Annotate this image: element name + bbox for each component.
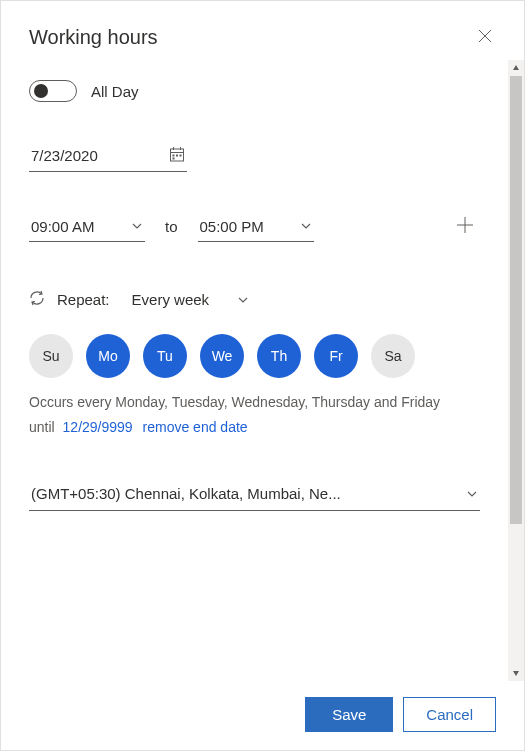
start-time-field[interactable]: 09:00 AM [29,212,145,242]
scroll-track[interactable] [508,76,524,665]
time-row: 09:00 AM to 05:00 PM [29,210,480,243]
scroll-up-arrow[interactable] [508,60,524,76]
allday-label: All Day [91,83,139,100]
chevron-down-icon [466,488,478,500]
day-chip-th[interactable]: Th [257,334,301,378]
date-value: 7/23/2020 [31,147,98,164]
svg-rect-6 [173,155,175,157]
day-chip-we[interactable]: We [200,334,244,378]
close-icon [478,29,492,46]
working-hours-dialog: Working hours All Day 7/23/2020 [1,1,524,750]
svg-rect-8 [180,155,182,157]
dialog-footer: Save Cancel [1,681,524,750]
date-row: 7/23/2020 [29,140,480,172]
start-time-value: 09:00 AM [31,218,94,235]
calendar-icon [169,146,185,165]
svg-marker-13 [513,671,519,676]
day-chip-su[interactable]: Su [29,334,73,378]
toggle-knob [34,84,48,98]
day-chip-mo[interactable]: Mo [86,334,130,378]
to-label: to [165,218,178,235]
days-row: SuMoTuWeThFrSa [29,334,480,378]
dialog-title: Working hours [29,26,158,49]
timezone-select[interactable]: (GMT+05:30) Chennai, Kolkata, Mumbai, Ne… [29,479,480,511]
repeat-select[interactable]: Every week [130,287,252,312]
close-button[interactable] [474,25,496,50]
repeat-label: Repeat: [57,291,110,308]
allday-toggle[interactable] [29,80,77,102]
end-time-value: 05:00 PM [200,218,264,235]
day-chip-tu[interactable]: Tu [143,334,187,378]
save-button[interactable]: Save [305,697,393,732]
scroll-thumb[interactable] [510,76,522,524]
plus-icon [456,222,474,237]
date-field[interactable]: 7/23/2020 [29,140,187,172]
svg-rect-7 [176,155,178,157]
until-label: until [29,419,55,435]
allday-row: All Day [29,80,480,102]
occurrence-text: Occurs every Monday, Tuesday, Wednesday,… [29,392,480,413]
until-date[interactable]: 12/29/9999 [63,419,133,435]
add-time-button[interactable] [450,210,480,243]
remove-end-date-link[interactable]: remove end date [143,419,248,435]
chevron-down-icon [237,294,249,306]
until-row: until 12/29/9999 remove end date [29,419,480,435]
repeat-row: Repeat: Every week [29,287,480,312]
chevron-down-icon [131,220,143,232]
day-chip-fr[interactable]: Fr [314,334,358,378]
scrollbar[interactable] [508,60,524,681]
end-time-field[interactable]: 05:00 PM [198,212,314,242]
scroll-down-arrow[interactable] [508,665,524,681]
chevron-down-icon [300,220,312,232]
dialog-content: All Day 7/23/2020 [1,60,508,681]
svg-rect-9 [173,158,175,160]
dialog-header: Working hours [1,1,524,60]
svg-marker-12 [513,65,519,70]
repeat-icon [29,290,45,309]
timezone-value: (GMT+05:30) Chennai, Kolkata, Mumbai, Ne… [31,485,341,502]
repeat-value: Every week [132,291,210,308]
day-chip-sa[interactable]: Sa [371,334,415,378]
cancel-button[interactable]: Cancel [403,697,496,732]
